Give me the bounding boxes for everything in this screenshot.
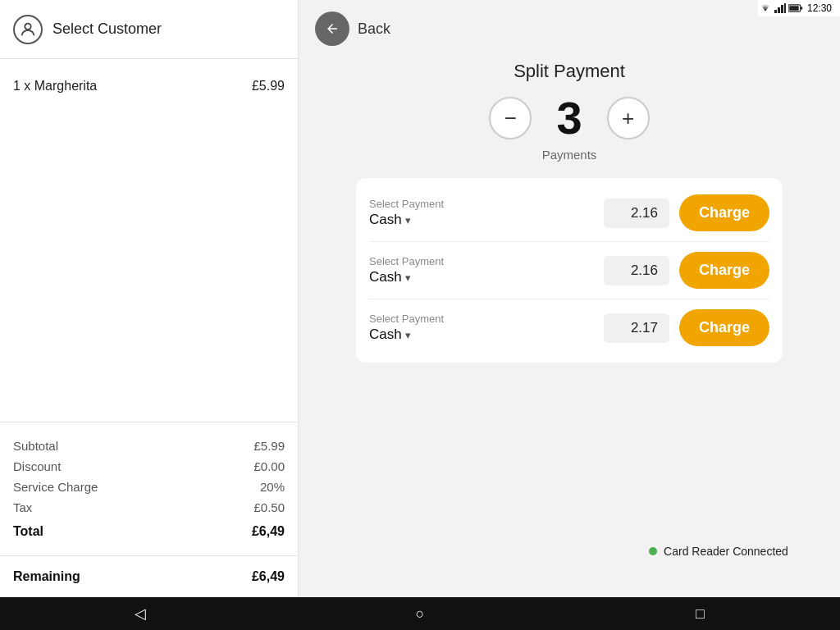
tax-label: Tax: [13, 500, 32, 514]
total-label: Total: [13, 524, 43, 539]
payment-method-selector-3[interactable]: Cash ▾: [369, 326, 594, 343]
nav-recent-button[interactable]: □: [683, 597, 716, 630]
card-reader-dot: [649, 547, 657, 555]
discount-label: Discount: [13, 459, 61, 473]
remaining-label: Remaining: [13, 569, 80, 584]
chevron-down-icon-1: ▾: [405, 214, 411, 226]
total-value: £6,49: [252, 524, 285, 539]
back-label: Back: [358, 21, 390, 38]
subtotal-value: £5.99: [253, 439, 285, 453]
nav-home-button[interactable]: ○: [404, 597, 436, 630]
payment-method-value-1: Cash: [369, 212, 402, 228]
wifi-icon: [759, 3, 772, 13]
payment-method-value-3: Cash: [369, 326, 402, 343]
main-layout: Select Customer 1 x Margherita £5.99 Sub…: [0, 0, 840, 597]
svg-rect-2: [781, 5, 783, 13]
chevron-down-icon-3: ▾: [405, 329, 411, 341]
svg-rect-3: [784, 3, 786, 13]
table-row: 1 x Margherita £5.99: [13, 72, 285, 100]
svg-rect-6: [801, 7, 802, 9]
subtotal-row: Subtotal £5.99: [13, 436, 285, 456]
payments-list: Select Payment Cash ▾ 2.16 Charge Select…: [356, 178, 783, 363]
service-charge-value: 20%: [260, 480, 285, 494]
card-reader-bar: Card Reader Connected: [597, 538, 840, 564]
payment-amount-1: 2.16: [604, 199, 669, 228]
payments-counter: − 3 +: [489, 95, 649, 141]
payment-left-1: Select Payment Cash ▾: [369, 198, 594, 228]
service-charge-label: Service Charge: [13, 480, 98, 494]
tax-row: Tax £0.50: [13, 497, 285, 518]
chevron-down-icon-2: ▾: [405, 272, 411, 284]
payments-count: 3: [556, 95, 582, 141]
payment-method-selector-1[interactable]: Cash ▾: [369, 212, 594, 228]
discount-value: £0.00: [253, 459, 285, 473]
tax-value: £0.50: [253, 500, 285, 514]
charge-button-3[interactable]: Charge: [679, 309, 769, 346]
nav-back-button[interactable]: ◁: [124, 597, 157, 630]
charge-button-1[interactable]: Charge: [679, 194, 769, 231]
back-button[interactable]: [315, 11, 349, 46]
status-bar: 12:30: [758, 0, 840, 16]
customer-avatar: [13, 15, 43, 44]
payment-method-value-2: Cash: [369, 269, 402, 285]
payments-label: Payments: [542, 148, 597, 162]
back-arrow-icon: [325, 21, 340, 36]
payment-select-label-1: Select Payment: [369, 198, 594, 210]
status-time: 12:30: [807, 2, 832, 14]
person-icon: [19, 21, 37, 39]
payment-row-1: Select Payment Cash ▾ 2.16 Charge: [369, 185, 769, 242]
remaining-section: Remaining £6,49: [0, 556, 298, 597]
svg-point-7: [25, 23, 30, 29]
charge-button-2[interactable]: Charge: [679, 252, 769, 289]
payment-amount-3: 2.17: [604, 313, 669, 343]
select-customer-bar[interactable]: Select Customer: [0, 0, 298, 59]
payment-amount-2: 2.16: [604, 256, 669, 285]
payment-left-2: Select Payment Cash ▾: [369, 255, 594, 285]
item-price: £5.99: [252, 79, 285, 94]
payment-row-3: Select Payment Cash ▾ 2.17 Charge: [369, 299, 769, 356]
total-row: Total £6,49: [13, 521, 285, 542]
decrement-button[interactable]: −: [489, 97, 532, 139]
card-reader-text: Card Reader Connected: [664, 545, 788, 558]
discount-row: Discount £0.00: [13, 456, 285, 477]
select-customer-label: Select Customer: [52, 21, 162, 38]
svg-rect-0: [774, 10, 777, 13]
order-summary: Subtotal £5.99 Discount £0.00 Service Ch…: [0, 422, 298, 556]
increment-button[interactable]: +: [607, 97, 650, 139]
signal-icon: [774, 3, 786, 13]
svg-rect-5: [789, 6, 798, 11]
svg-rect-1: [778, 7, 780, 13]
remaining-value: £6,49: [252, 569, 285, 584]
status-icons: [759, 3, 803, 13]
payment-select-label-2: Select Payment: [369, 255, 594, 267]
battery-icon: [788, 3, 803, 13]
payment-select-label-3: Select Payment: [369, 313, 594, 325]
left-panel: Select Customer 1 x Margherita £5.99 Sub…: [0, 0, 299, 597]
split-payment-title: Split Payment: [299, 61, 840, 82]
payment-left-3: Select Payment Cash ▾: [369, 313, 594, 343]
order-items: 1 x Margherita £5.99: [0, 59, 298, 422]
right-panel: Back Split Payment − 3 + Payments Select…: [299, 0, 840, 597]
payment-row-2: Select Payment Cash ▾ 2.16 Charge: [369, 242, 769, 299]
item-name: 1 x Margherita: [13, 79, 97, 94]
android-nav-bar: ◁ ○ □: [0, 597, 840, 630]
service-charge-row: Service Charge 20%: [13, 477, 285, 497]
subtotal-label: Subtotal: [13, 439, 58, 453]
payment-method-selector-2[interactable]: Cash ▾: [369, 269, 594, 285]
